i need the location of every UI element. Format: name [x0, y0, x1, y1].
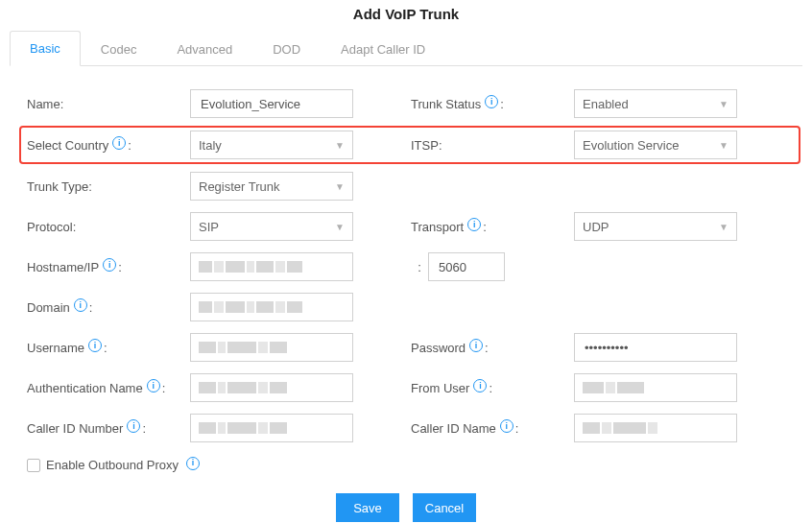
tab-dod[interactable]: DOD [252, 32, 321, 66]
redacted-value [199, 342, 287, 353]
save-button[interactable]: Save [336, 493, 399, 522]
info-icon[interactable] [186, 457, 200, 470]
select-country-select[interactable]: Italy ▼ [190, 131, 353, 159]
label-password: Password : [411, 341, 574, 355]
redacted-value [199, 301, 302, 313]
label-caller-id-number: Caller ID Number : [27, 421, 190, 436]
tab-advanced[interactable]: Advanced [156, 32, 252, 66]
label-enable-outbound-proxy: Enable Outbound Proxy [46, 458, 179, 472]
info-icon[interactable] [485, 95, 498, 108]
chevron-down-icon: ▼ [335, 222, 345, 232]
label-name: Name: [27, 97, 190, 111]
redacted-value [199, 382, 287, 393]
protocol-select[interactable]: SIP ▼ [190, 212, 353, 241]
redacted-value [199, 261, 302, 273]
caller-id-number-input[interactable] [190, 414, 353, 442]
from-user-input[interactable] [574, 373, 737, 402]
domain-input[interactable] [190, 293, 353, 321]
info-icon[interactable] [467, 218, 481, 231]
label-auth-name: Authentication Name : [27, 381, 190, 395]
name-input[interactable] [190, 89, 353, 118]
redacted-value [583, 422, 657, 434]
trunk-type-select[interactable]: Register Trunk ▼ [190, 172, 353, 201]
info-icon[interactable] [112, 136, 126, 150]
info-icon[interactable] [74, 298, 87, 312]
form-body: Name: Trunk Status : Enabled ▼ S [10, 66, 802, 486]
info-icon[interactable] [88, 339, 102, 352]
highlighted-row: Select Country : Italy ▼ ITSP: Evolution… [19, 126, 800, 164]
trunk-status-select[interactable]: Enabled ▼ [574, 89, 737, 118]
info-icon[interactable] [103, 258, 116, 272]
label-from-user: From User : [411, 381, 574, 395]
transport-select[interactable]: UDP ▼ [574, 212, 737, 241]
label-hostname-ip: Hostname/IP : [27, 260, 190, 274]
hostname-ip-input[interactable] [190, 252, 353, 281]
label-username: Username : [27, 341, 190, 355]
tab-codec[interactable]: Codec [81, 32, 157, 66]
info-icon[interactable] [500, 419, 513, 433]
label-domain: Domain : [27, 300, 190, 315]
button-bar: Save Cancel [10, 493, 802, 522]
redacted-value [583, 382, 644, 393]
cancel-button[interactable]: Cancel [413, 493, 476, 522]
itsp-select[interactable]: Evolution Service ▼ [574, 131, 737, 159]
label-itsp: ITSP: [411, 138, 574, 153]
tab-bar: Basic Codec Advanced DOD Adapt Caller ID [10, 30, 802, 66]
tab-adapt-caller-id[interactable]: Adapt Caller ID [321, 32, 445, 66]
info-icon[interactable] [469, 339, 483, 352]
label-trunk-type: Trunk Type: [27, 179, 190, 194]
label-select-country: Select Country : [27, 138, 190, 153]
chevron-down-icon: ▼ [719, 99, 728, 109]
username-input[interactable] [190, 333, 353, 362]
caller-id-name-input[interactable] [574, 414, 737, 442]
chevron-down-icon: ▼ [719, 222, 728, 232]
port-input[interactable] [428, 252, 505, 281]
enable-outbound-proxy-checkbox[interactable] [27, 459, 40, 472]
chevron-down-icon: ▼ [335, 181, 345, 192]
chevron-down-icon: ▼ [335, 140, 345, 151]
tab-basic[interactable]: Basic [10, 31, 81, 66]
port-separator: : [411, 260, 428, 274]
chevron-down-icon: ▼ [719, 140, 728, 151]
label-trunk-status: Trunk Status : [411, 97, 574, 111]
label-protocol: Protocol: [27, 220, 190, 234]
info-icon[interactable] [147, 379, 160, 392]
auth-name-input[interactable] [190, 373, 353, 402]
label-transport: Transport : [411, 220, 574, 234]
dialog-title: Add VoIP Trunk [10, 6, 802, 22]
label-caller-id-name: Caller ID Name : [411, 421, 574, 436]
info-icon[interactable] [127, 419, 140, 433]
info-icon[interactable] [473, 379, 487, 392]
redacted-value [199, 422, 287, 434]
password-input[interactable] [574, 333, 737, 362]
